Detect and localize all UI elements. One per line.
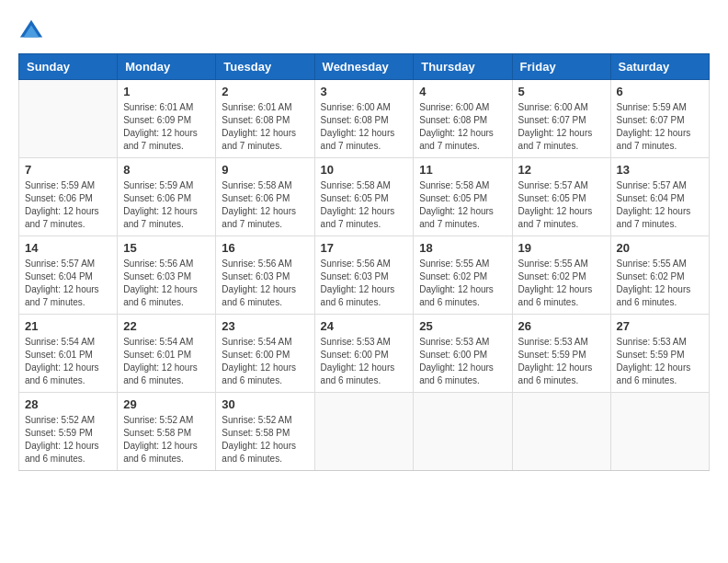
day-number: 9 [222,163,308,177]
calendar-cell: 19Sunrise: 5:55 AM Sunset: 6:02 PM Dayli… [512,236,610,315]
calendar-week-row: 1Sunrise: 6:01 AM Sunset: 6:09 PM Daylig… [19,80,710,158]
calendar-week-row: 7Sunrise: 5:59 AM Sunset: 6:06 PM Daylig… [19,158,710,236]
day-number: 1 [123,85,210,98]
day-number: 3 [321,85,408,98]
day-info: Sunrise: 5:54 AM Sunset: 6:00 PM Dayligh… [222,336,308,387]
day-number: 20 [617,241,703,255]
calendar-cell: 23Sunrise: 5:54 AM Sunset: 6:00 PM Dayli… [216,315,314,393]
day-number: 10 [321,163,408,177]
calendar-cell: 16Sunrise: 5:56 AM Sunset: 6:03 PM Dayli… [216,236,314,315]
day-info: Sunrise: 5:59 AM Sunset: 6:07 PM Dayligh… [617,101,703,153]
day-info: Sunrise: 6:00 AM Sunset: 6:07 PM Dayligh… [518,101,605,153]
day-number: 2 [222,85,308,98]
calendar-cell: 29Sunrise: 5:52 AM Sunset: 5:58 PM Dayli… [118,393,216,471]
logo-icon [18,18,44,44]
day-info: Sunrise: 5:55 AM Sunset: 6:02 PM Dayligh… [518,258,605,309]
calendar-cell [414,393,512,471]
calendar-cell [512,393,610,471]
day-number: 4 [419,85,506,98]
day-info: Sunrise: 5:52 AM Sunset: 5:58 PM Dayligh… [123,414,210,465]
calendar-cell: 5Sunrise: 6:00 AM Sunset: 6:07 PM Daylig… [512,80,610,158]
calendar-cell: 11Sunrise: 5:58 AM Sunset: 6:05 PM Dayli… [414,158,512,236]
calendar-cell: 26Sunrise: 5:53 AM Sunset: 5:59 PM Dayli… [512,315,610,393]
calendar-header-friday: Friday [512,54,610,80]
day-number: 11 [419,163,506,177]
calendar-cell: 2Sunrise: 6:01 AM Sunset: 6:08 PM Daylig… [216,80,314,158]
day-info: Sunrise: 6:00 AM Sunset: 6:08 PM Dayligh… [419,101,506,153]
day-number: 27 [617,319,703,333]
day-number: 18 [419,241,506,255]
calendar-cell: 17Sunrise: 5:56 AM Sunset: 6:03 PM Dayli… [314,236,414,315]
day-info: Sunrise: 5:57 AM Sunset: 6:04 PM Dayligh… [617,179,703,231]
day-number: 28 [25,397,111,411]
calendar: SundayMondayTuesdayWednesdayThursdayFrid… [18,53,710,471]
day-number: 19 [518,241,605,255]
calendar-cell: 30Sunrise: 5:52 AM Sunset: 5:58 PM Dayli… [216,393,314,471]
day-info: Sunrise: 6:01 AM Sunset: 6:09 PM Dayligh… [123,101,210,153]
calendar-cell [610,393,709,471]
day-number: 7 [25,163,111,177]
day-info: Sunrise: 5:57 AM Sunset: 6:04 PM Dayligh… [25,258,111,309]
day-number: 24 [321,319,408,333]
day-info: Sunrise: 5:55 AM Sunset: 6:02 PM Dayligh… [419,258,506,309]
day-info: Sunrise: 5:58 AM Sunset: 6:06 PM Dayligh… [222,179,308,231]
calendar-cell: 14Sunrise: 5:57 AM Sunset: 6:04 PM Dayli… [19,236,118,315]
day-number: 30 [222,397,308,411]
day-number: 21 [25,319,111,333]
calendar-header-thursday: Thursday [414,54,512,80]
day-info: Sunrise: 5:56 AM Sunset: 6:03 PM Dayligh… [123,258,210,309]
day-number: 17 [321,241,408,255]
calendar-cell: 28Sunrise: 5:52 AM Sunset: 5:59 PM Dayli… [19,393,118,471]
page-header [18,18,710,44]
day-info: Sunrise: 5:57 AM Sunset: 6:05 PM Dayligh… [518,179,605,231]
calendar-cell [19,80,118,158]
day-number: 22 [123,319,210,333]
day-info: Sunrise: 5:54 AM Sunset: 6:01 PM Dayligh… [123,336,210,387]
day-info: Sunrise: 5:59 AM Sunset: 6:06 PM Dayligh… [123,179,210,231]
calendar-header-monday: Monday [118,54,216,80]
day-info: Sunrise: 5:56 AM Sunset: 6:03 PM Dayligh… [222,258,308,309]
day-number: 16 [222,241,308,255]
calendar-cell: 3Sunrise: 6:00 AM Sunset: 6:08 PM Daylig… [314,80,414,158]
logo [18,18,48,44]
calendar-cell [314,393,414,471]
day-info: Sunrise: 5:55 AM Sunset: 6:02 PM Dayligh… [617,258,703,309]
day-number: 6 [617,85,703,98]
calendar-cell: 1Sunrise: 6:01 AM Sunset: 6:09 PM Daylig… [118,80,216,158]
day-info: Sunrise: 5:52 AM Sunset: 5:58 PM Dayligh… [222,414,308,465]
calendar-cell: 4Sunrise: 6:00 AM Sunset: 6:08 PM Daylig… [414,80,512,158]
calendar-cell: 13Sunrise: 5:57 AM Sunset: 6:04 PM Dayli… [610,158,709,236]
day-info: Sunrise: 5:56 AM Sunset: 6:03 PM Dayligh… [321,258,408,309]
calendar-cell: 9Sunrise: 5:58 AM Sunset: 6:06 PM Daylig… [216,158,314,236]
calendar-header-tuesday: Tuesday [216,54,314,80]
calendar-cell: 10Sunrise: 5:58 AM Sunset: 6:05 PM Dayli… [314,158,414,236]
day-number: 14 [25,241,111,255]
calendar-cell: 20Sunrise: 5:55 AM Sunset: 6:02 PM Dayli… [610,236,709,315]
day-info: Sunrise: 5:52 AM Sunset: 5:59 PM Dayligh… [25,414,111,465]
calendar-header-sunday: Sunday [19,54,118,80]
calendar-cell: 12Sunrise: 5:57 AM Sunset: 6:05 PM Dayli… [512,158,610,236]
calendar-cell: 25Sunrise: 5:53 AM Sunset: 6:00 PM Dayli… [414,315,512,393]
calendar-cell: 8Sunrise: 5:59 AM Sunset: 6:06 PM Daylig… [118,158,216,236]
day-info: Sunrise: 6:00 AM Sunset: 6:08 PM Dayligh… [321,101,408,153]
day-number: 29 [123,397,210,411]
day-number: 23 [222,319,308,333]
calendar-header-row: SundayMondayTuesdayWednesdayThursdayFrid… [19,54,710,80]
calendar-cell: 15Sunrise: 5:56 AM Sunset: 6:03 PM Dayli… [118,236,216,315]
calendar-week-row: 14Sunrise: 5:57 AM Sunset: 6:04 PM Dayli… [19,236,710,315]
calendar-cell: 21Sunrise: 5:54 AM Sunset: 6:01 PM Dayli… [19,315,118,393]
day-number: 13 [617,163,703,177]
calendar-header-saturday: Saturday [610,54,709,80]
day-number: 26 [518,319,605,333]
calendar-week-row: 28Sunrise: 5:52 AM Sunset: 5:59 PM Dayli… [19,393,710,471]
calendar-cell: 22Sunrise: 5:54 AM Sunset: 6:01 PM Dayli… [118,315,216,393]
day-info: Sunrise: 5:58 AM Sunset: 6:05 PM Dayligh… [419,179,506,231]
calendar-cell: 27Sunrise: 5:53 AM Sunset: 5:59 PM Dayli… [610,315,709,393]
day-info: Sunrise: 5:59 AM Sunset: 6:06 PM Dayligh… [25,179,111,231]
calendar-cell: 6Sunrise: 5:59 AM Sunset: 6:07 PM Daylig… [610,80,709,158]
calendar-cell: 7Sunrise: 5:59 AM Sunset: 6:06 PM Daylig… [19,158,118,236]
calendar-header-wednesday: Wednesday [314,54,414,80]
calendar-cell: 24Sunrise: 5:53 AM Sunset: 6:00 PM Dayli… [314,315,414,393]
day-number: 25 [419,319,506,333]
day-number: 15 [123,241,210,255]
